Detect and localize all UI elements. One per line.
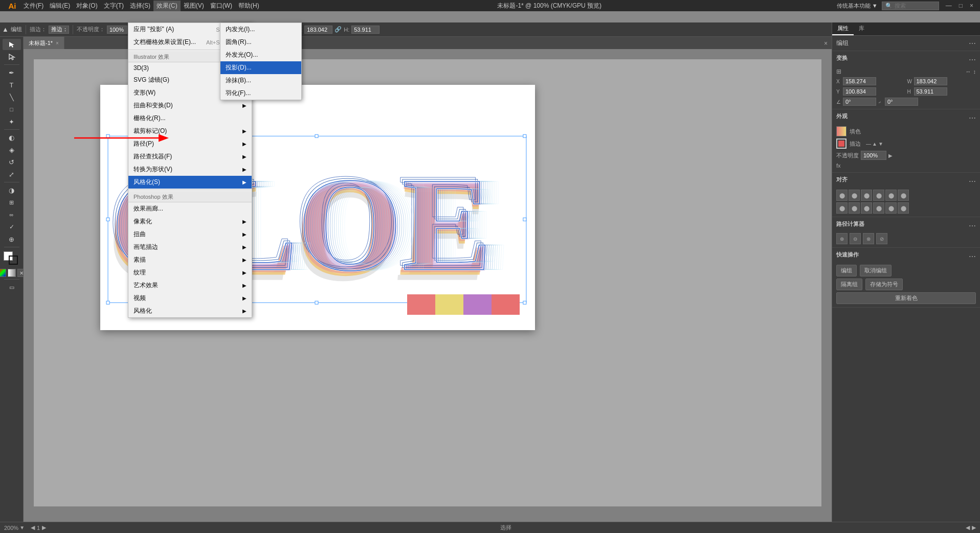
h-input[interactable]	[351, 26, 380, 34]
direct-select-tool[interactable]	[3, 51, 21, 62]
artistic-item[interactable]: 艺术效果 ▶	[128, 279, 252, 292]
menu-edit[interactable]: 编辑(E)	[47, 1, 73, 11]
calc-minus[interactable]: ⊖	[850, 233, 861, 244]
next-page[interactable]: ▶	[42, 524, 46, 531]
stroke-color[interactable]	[9, 256, 18, 265]
eraser-tool[interactable]: ◈	[3, 144, 21, 155]
workspace-selector[interactable]: 传统基本功能 ▼	[837, 2, 878, 10]
prev-artboard[interactable]: ◀	[966, 524, 970, 531]
eyedropper-tool[interactable]: ✓	[3, 221, 21, 233]
opacity-input-rp[interactable]	[861, 151, 886, 160]
convert-shape-item[interactable]: 转换为形状(V) ▶	[128, 163, 252, 176]
distort-ps-item[interactable]: 扭曲 ▶	[128, 228, 252, 241]
fill-swatch[interactable]	[836, 126, 847, 136]
menu-effect[interactable]: 效果(C)	[153, 1, 181, 11]
dist-right-btn[interactable]: ⬤	[861, 202, 872, 214]
align-bottom-btn[interactable]: ⬤	[898, 190, 909, 201]
select-tool[interactable]	[3, 39, 21, 50]
appearance-more[interactable]: ⋯	[969, 114, 976, 122]
drop-shadow-item[interactable]: 投影(D)...	[220, 61, 301, 74]
stylize-ps-item[interactable]: 风格化 ▶	[128, 305, 252, 317]
line-tool[interactable]: ╲	[3, 91, 21, 103]
shape-tool[interactable]: □	[3, 104, 21, 115]
artboard-tool[interactable]: ▭	[3, 282, 21, 293]
distort-item[interactable]: 扭曲和变换(D) ▶	[128, 99, 252, 112]
sketch-item[interactable]: 素描 ▶	[128, 253, 252, 266]
minimize-btn[interactable]: —	[943, 2, 954, 9]
recolor-btn[interactable]: 重新着色	[836, 292, 976, 304]
calc-intersect[interactable]: ⊗	[863, 233, 874, 244]
link-icon[interactable]: 🔗	[335, 26, 342, 33]
scale-tool[interactable]: ⤢	[3, 169, 21, 180]
dist-top-btn[interactable]: ⬤	[873, 202, 884, 214]
tab-close-all[interactable]: ×	[820, 38, 832, 49]
video-item[interactable]: 视频 ▶	[128, 292, 252, 305]
zoom-tool[interactable]: ⊕	[3, 234, 21, 245]
menu-text[interactable]: 文字(T)	[101, 1, 127, 11]
blob-brush-tool[interactable]: ◐	[3, 132, 21, 143]
more-options-icon[interactable]: ⋯	[969, 39, 976, 48]
h-input-rp[interactable]	[914, 87, 947, 96]
dist-left-btn[interactable]: ⬤	[836, 202, 848, 214]
shear-input[interactable]	[885, 98, 918, 106]
feather-item[interactable]: 羽化(F)...	[220, 87, 301, 100]
blend-tool[interactable]: ∞	[3, 209, 21, 220]
mesh-tool[interactable]: ⊞	[3, 197, 21, 208]
dist-vcenter-btn[interactable]: ⬤	[885, 202, 897, 214]
gradient-preview[interactable]	[8, 269, 16, 277]
prev-page[interactable]: ◀	[31, 524, 35, 531]
menu-window[interactable]: 窗口(W)	[207, 1, 235, 11]
maximize-btn[interactable]: □	[956, 2, 965, 9]
gradient-tool[interactable]: ◑	[3, 184, 21, 196]
flip-h-icon[interactable]: ↔	[966, 68, 971, 75]
next-artboard[interactable]: ▶	[972, 524, 976, 531]
quick-actions-more[interactable]: ⋯	[969, 252, 976, 261]
dist-hcenter-btn[interactable]: ⬤	[849, 202, 860, 214]
stroke-width-arrow-down[interactable]: ▼	[878, 141, 883, 147]
menu-select[interactable]: 选择(S)	[127, 1, 153, 11]
calculator-more[interactable]: ⋯	[969, 222, 976, 230]
ungroup-btn[interactable]: 取消编组	[860, 265, 892, 276]
save-symbol-btn[interactable]: 存储为符号	[865, 279, 903, 290]
align-right-btn[interactable]: ⬤	[861, 190, 872, 201]
w-input[interactable]	[304, 26, 332, 34]
transform-more[interactable]: ⋯	[969, 56, 976, 64]
align-left-btn[interactable]: ⬤	[836, 190, 848, 201]
align-hcenter-btn[interactable]: ⬤	[849, 190, 860, 201]
stylize-item[interactable]: 风格化(S) ▶	[128, 176, 252, 189]
y-input-rp[interactable]	[843, 87, 876, 96]
angle-input[interactable]	[843, 98, 876, 106]
texture-item[interactable]: 纹理 ▶	[128, 266, 252, 279]
menu-view[interactable]: 视图(V)	[181, 1, 207, 11]
tab-close-icon[interactable]: ×	[56, 40, 59, 46]
effects-gallery-item[interactable]: 效果画廊...	[128, 202, 252, 215]
align-top-btn[interactable]: ⬤	[873, 190, 884, 201]
dist-bottom-btn[interactable]: ⬤	[898, 202, 909, 214]
align-vcenter-btn[interactable]: ⬤	[885, 190, 897, 201]
close-btn[interactable]: ×	[967, 2, 976, 9]
brush-strokes-item[interactable]: 画笔描边 ▶	[128, 241, 252, 253]
pixelate-item[interactable]: 像素化 ▶	[128, 215, 252, 228]
menu-object[interactable]: 对象(O)	[73, 1, 100, 11]
crop-marks-item[interactable]: 裁剪标记(O) ▶	[128, 125, 252, 137]
scribble-item[interactable]: 涂抹(B)...	[220, 74, 301, 87]
rasterize-item[interactable]: 栅格化(R)...	[128, 112, 252, 125]
color-btn[interactable]	[0, 269, 6, 277]
menu-help[interactable]: 帮助(H)	[235, 1, 262, 11]
pen-tool[interactable]: ✒	[3, 67, 21, 78]
opacity-input[interactable]	[107, 26, 127, 34]
inner-glow-item[interactable]: 内发光(I)...	[220, 23, 301, 36]
outer-glow-item[interactable]: 外发光(O)...	[220, 49, 301, 61]
rotate-tool[interactable]: ↺	[3, 156, 21, 168]
group-btn[interactable]: 编组	[836, 265, 857, 276]
path-item[interactable]: 路径(P) ▶	[128, 137, 252, 150]
stroke-input[interactable]	[49, 26, 69, 34]
calc-exclude[interactable]: ⊘	[876, 233, 887, 244]
stroke-width-arrow[interactable]: ▲	[872, 141, 877, 147]
zoom-control[interactable]: 200% ▼	[4, 525, 25, 531]
menu-file[interactable]: 文件(F)	[20, 1, 47, 11]
flip-v-icon[interactable]: ↕	[973, 68, 976, 75]
w-input-rp[interactable]	[914, 77, 947, 85]
type-tool[interactable]: T	[3, 79, 21, 90]
properties-tab[interactable]: 属性	[832, 22, 854, 35]
